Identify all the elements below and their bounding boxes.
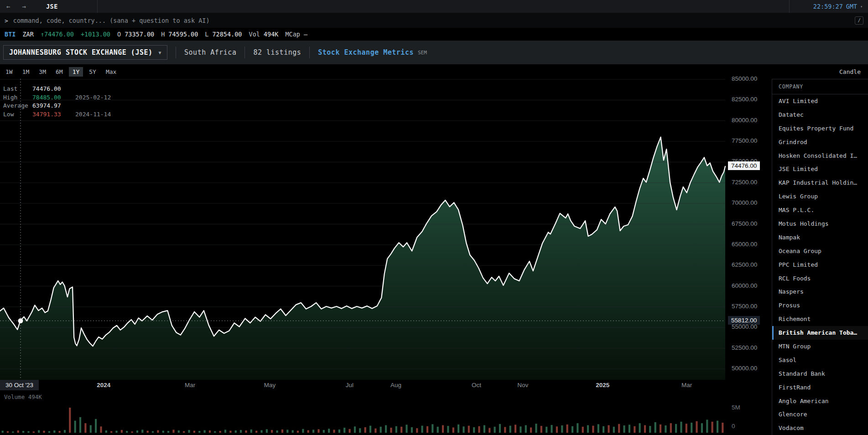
volume-bar — [546, 427, 547, 433]
volume-bar — [17, 430, 19, 433]
ticker-high: H74595.00 — [161, 31, 198, 38]
company-list-item[interactable]: PPC Limited — [772, 258, 868, 272]
volume-bar — [577, 423, 578, 433]
company-list-item[interactable]: Datatec — [772, 108, 868, 122]
x-axis-label: Mar — [668, 382, 706, 388]
volume-bar — [670, 423, 672, 433]
clock-dropdown[interactable]: 22:59:27 GMT ▾ — [813, 3, 863, 10]
company-list-item[interactable]: Standard Bank — [772, 367, 868, 381]
volume-bar — [582, 427, 584, 433]
company-list-item[interactable]: Glencore — [772, 408, 868, 421]
company-list-item[interactable]: MTN Group — [772, 340, 868, 353]
divider — [176, 47, 176, 58]
company-list-item[interactable]: AVI Limited — [772, 94, 868, 108]
x-axis-label: Oct — [457, 382, 496, 388]
command-bar[interactable]: > command, code, country... (sana + ques… — [0, 13, 868, 28]
range-button-1y[interactable]: 1Y — [69, 67, 83, 77]
volume-bar — [390, 428, 392, 433]
volume-bar — [152, 431, 154, 433]
volume-bar — [38, 430, 40, 433]
volume-bar — [333, 430, 335, 433]
company-list-item[interactable]: Grindrod — [772, 135, 868, 149]
volume-bar — [22, 431, 24, 433]
exchange-name: JOHANNESBURG STOCK EXCHANGE (JSE) — [9, 48, 153, 57]
volume-bar — [59, 431, 61, 433]
company-list-item[interactable]: Richemont — [772, 312, 868, 326]
company-list-item[interactable]: MAS P.L.C. — [772, 203, 868, 217]
company-list-item[interactable]: Sasol — [772, 353, 868, 367]
volume-bar — [69, 408, 71, 433]
volume-bar — [162, 431, 164, 433]
range-button-5y[interactable]: 5Y — [85, 67, 100, 77]
volume-bar — [655, 422, 656, 433]
company-list-item[interactable]: RCL Foods — [772, 272, 868, 285]
company-list-item[interactable]: Nampak — [772, 231, 868, 244]
volume-bar — [359, 428, 361, 433]
volume-bar — [535, 424, 537, 433]
chart-type-toggle[interactable]: Candle — [839, 68, 861, 75]
volume-bar — [623, 425, 625, 433]
volume-bar — [416, 428, 418, 433]
company-list-item[interactable]: Oceana Group — [772, 244, 868, 258]
stat-high-date: 2025-02-12 — [75, 93, 111, 102]
volume-bar — [613, 427, 615, 433]
company-list-item[interactable]: British American Toba… — [772, 326, 868, 340]
exchange-listings-count: 82 listings — [253, 48, 301, 57]
volume-bar — [400, 427, 402, 433]
y-axis-label: 85000.00 — [732, 75, 757, 82]
stat-low-date: 2024-11-14 — [75, 110, 111, 119]
crosshair-dot — [18, 318, 23, 323]
stock-exchange-metrics-link[interactable]: Stock Exchange Metrics — [318, 48, 414, 57]
volume-bar — [551, 425, 552, 433]
exchange-dropdown[interactable]: JOHANNESBURG STOCK EXCHANGE (JSE) ▼ — [3, 45, 167, 60]
range-button-3m[interactable]: 3M — [35, 67, 50, 77]
volume-bar — [426, 426, 428, 433]
back-icon[interactable]: ← — [6, 3, 10, 10]
volume-bar — [374, 429, 376, 433]
volume-bar — [525, 425, 527, 433]
range-button-max[interactable]: Max — [102, 67, 120, 77]
forward-icon[interactable]: → — [22, 3, 26, 10]
range-button-1w[interactable]: 1W — [2, 67, 16, 77]
tab-separator — [97, 0, 98, 13]
x-axis-label: Nov — [504, 382, 542, 388]
tab-jse[interactable]: JSE — [46, 3, 58, 10]
last-price-tag: 74476.00 — [728, 161, 760, 170]
company-list-item[interactable]: Anglo American — [772, 394, 868, 408]
ticker-open: O73357.00 — [117, 31, 154, 38]
price-chart[interactable]: Last74476.00 High78485.002025-02-12 Aver… — [0, 79, 772, 435]
slash-shortcut-hint: / — [855, 16, 863, 25]
company-list-item[interactable]: Naspers — [772, 285, 868, 299]
volume-bar — [27, 431, 29, 433]
exchange-header: JOHANNESBURG STOCK EXCHANGE (JSE) ▼ Sout… — [0, 41, 868, 64]
company-list-item[interactable]: Lewis Group — [772, 190, 868, 203]
command-input[interactable]: command, code, country... (sana + questi… — [13, 17, 210, 24]
volume-bar — [250, 430, 252, 433]
volume-bar — [48, 431, 50, 433]
range-button-6m[interactable]: 6M — [52, 67, 67, 77]
volume-bar — [219, 431, 221, 433]
company-list-item[interactable]: Prosus — [772, 299, 868, 312]
volume-bar — [266, 429, 268, 433]
range-button-1m[interactable]: 1M — [19, 67, 33, 77]
volume-bar — [224, 430, 226, 433]
volume-bar — [447, 426, 449, 433]
volume-bar — [214, 431, 216, 433]
company-list-item[interactable]: Hosken Consolidated I… — [772, 149, 868, 163]
company-panel: COMPANY AVI LimitedDatatecEquites Proper… — [772, 79, 868, 435]
company-list-item[interactable]: KAP Industrial Holdin… — [772, 176, 868, 190]
volume-bar — [204, 430, 206, 433]
company-list-item[interactable]: Vodacom — [772, 421, 868, 435]
company-list-item[interactable]: Equites Property Fund — [772, 122, 868, 135]
company-list-item[interactable]: FirstRand — [772, 381, 868, 394]
volume-bar — [691, 423, 692, 433]
volume-bar — [489, 428, 490, 433]
ticker-low: L72854.00 — [205, 31, 242, 38]
volume-bar — [452, 428, 454, 433]
volume-bar — [644, 425, 646, 433]
range-buttons: 1W1M3M6M1Y5YMax — [2, 67, 122, 77]
company-list-item[interactable]: Motus Holdings — [772, 217, 868, 231]
volume-bar — [141, 430, 143, 433]
volume-bar — [193, 431, 195, 433]
company-list-item[interactable]: JSE Limited — [772, 162, 868, 176]
